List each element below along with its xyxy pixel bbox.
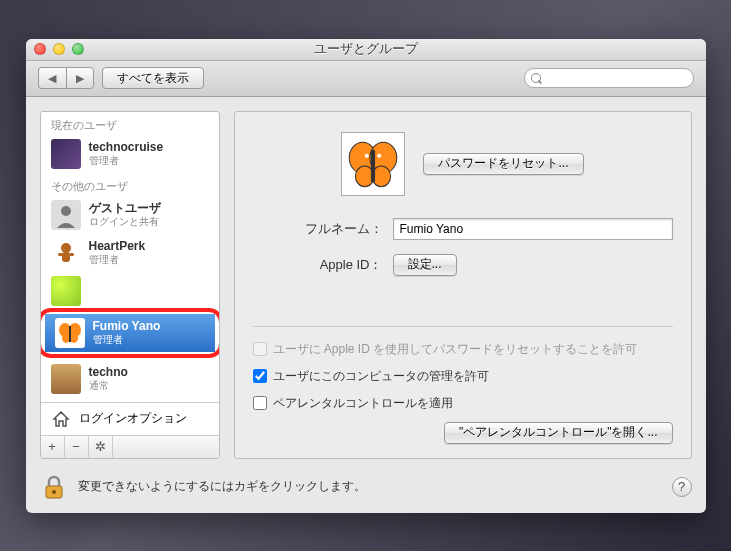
user-role: 管理者	[89, 155, 164, 167]
guest-icon	[51, 200, 81, 230]
allow-appleid-reset-checkbox	[253, 342, 267, 356]
svg-point-7	[62, 333, 70, 343]
svg-point-18	[52, 490, 56, 494]
sidebar-user-heartperk[interactable]: HeartPerk 管理者	[41, 234, 219, 272]
forward-button[interactable]: ▶	[66, 67, 94, 89]
nav-segment: ◀ ▶	[38, 67, 94, 89]
user-name: ゲストユーザ	[89, 201, 161, 215]
help-button[interactable]: ?	[672, 477, 692, 497]
selection-highlight: Fumio Yano 管理者	[41, 308, 219, 358]
back-button[interactable]: ◀	[38, 67, 66, 89]
fullname-label: フルネーム：	[253, 220, 383, 238]
user-name: Fumio Yano	[93, 319, 161, 333]
svg-rect-2	[62, 252, 70, 262]
svg-point-16	[378, 153, 382, 157]
action-menu-button[interactable]: ✲	[89, 436, 113, 458]
preferences-window: ユーザとグループ ◀ ▶ すべてを表示 現在のユーザ technocruise …	[26, 39, 706, 513]
sidebar-footer: + − ✲	[41, 435, 219, 458]
fullname-input[interactable]	[393, 218, 673, 240]
titlebar: ユーザとグループ	[26, 39, 706, 61]
house-icon	[51, 409, 71, 429]
lock-icon[interactable]	[40, 473, 68, 501]
search-field-wrapper	[524, 68, 694, 88]
allow-admin-row[interactable]: ユーザにこのコンピュータの管理を許可	[253, 368, 673, 385]
appleid-label: Apple ID：	[253, 256, 383, 274]
svg-rect-14	[371, 149, 375, 182]
sidebar-user-partial[interactable]	[41, 272, 219, 306]
add-user-button[interactable]: +	[41, 436, 65, 458]
allow-admin-checkbox[interactable]	[253, 369, 267, 383]
butterfly-icon	[342, 133, 404, 195]
avatar	[51, 364, 81, 394]
sidebar-header-other: その他のユーザ	[41, 173, 219, 196]
user-role: ログインと共有	[89, 216, 161, 228]
allow-appleid-reset-row: ユーザに Apple ID を使用してパスワードをリセットすることを許可	[253, 341, 673, 358]
traffic-lights	[34, 43, 84, 55]
parental-controls-row[interactable]: ペアレンタルコントロールを適用	[253, 395, 673, 412]
svg-point-0	[61, 206, 71, 216]
user-sidebar: 現在のユーザ technocruise 管理者 その他のユーザ ゲストユーザ	[40, 111, 220, 459]
login-options-label: ログインオプション	[79, 410, 187, 427]
user-role: 通常	[89, 380, 128, 392]
sidebar-user-guest[interactable]: ゲストユーザ ログインと共有	[41, 196, 219, 234]
zoom-button[interactable]	[72, 43, 84, 55]
remove-user-button[interactable]: −	[65, 436, 89, 458]
minimize-button[interactable]	[53, 43, 65, 55]
window-title: ユーザとグループ	[26, 40, 706, 58]
parental-controls-label: ペアレンタルコントロールを適用	[273, 395, 453, 412]
avatar	[51, 139, 81, 169]
user-avatar-large[interactable]	[341, 132, 405, 196]
user-name: technocruise	[89, 140, 164, 154]
tennis-ball-icon	[51, 276, 81, 306]
svg-rect-3	[58, 253, 63, 256]
toolbar: ◀ ▶ すべてを表示	[26, 61, 706, 97]
svg-rect-4	[69, 253, 74, 256]
sidebar-user-fumio-yano[interactable]: Fumio Yano 管理者	[45, 314, 215, 352]
content-area: 現在のユーザ technocruise 管理者 その他のユーザ ゲストユーザ	[26, 97, 706, 473]
user-detail-panel: パスワードをリセット... フルネーム： Apple ID： 設定... ユーザ…	[234, 111, 692, 459]
user-name: HeartPerk	[89, 239, 146, 253]
login-options[interactable]: ログインオプション	[41, 402, 219, 435]
svg-rect-9	[69, 326, 71, 342]
gingerbread-icon	[51, 238, 81, 268]
butterfly-icon	[55, 318, 85, 348]
allow-appleid-reset-label: ユーザに Apple ID を使用してパスワードをリセットすることを許可	[273, 341, 638, 358]
sidebar-header-current: 現在のユーザ	[41, 112, 219, 135]
open-parental-controls-button[interactable]: "ペアレンタルコントロール"を開く...	[444, 422, 673, 444]
parental-controls-checkbox[interactable]	[253, 396, 267, 410]
user-role: 管理者	[89, 254, 146, 266]
close-button[interactable]	[34, 43, 46, 55]
search-input[interactable]	[547, 69, 685, 87]
show-all-button[interactable]: すべてを表示	[102, 67, 204, 89]
user-name: techno	[89, 365, 128, 379]
reset-password-button[interactable]: パスワードをリセット...	[423, 153, 583, 175]
appleid-set-button[interactable]: 設定...	[393, 254, 457, 276]
svg-point-15	[365, 153, 369, 157]
lock-row: 変更できないようにするにはカギをクリックします。 ?	[26, 473, 706, 513]
svg-point-1	[61, 243, 71, 253]
lock-hint-text: 変更できないようにするにはカギをクリックします。	[78, 478, 366, 495]
sidebar-user-current[interactable]: technocruise 管理者	[41, 135, 219, 173]
user-role: 管理者	[93, 334, 161, 346]
sidebar-user-techno[interactable]: techno 通常	[41, 360, 219, 398]
allow-admin-label: ユーザにこのコンピュータの管理を許可	[273, 368, 489, 385]
svg-point-8	[70, 333, 78, 343]
